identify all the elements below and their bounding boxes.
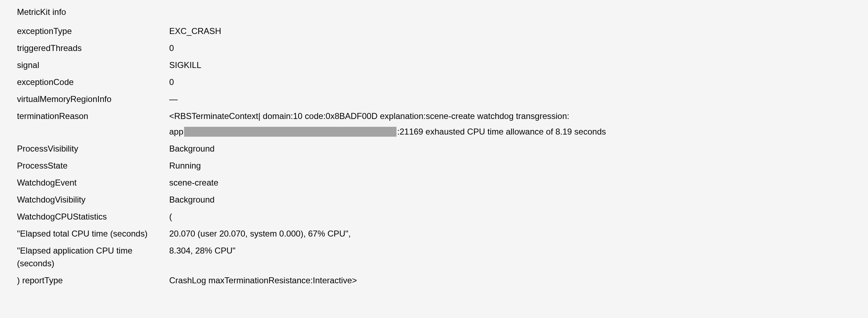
termination-prefix: app bbox=[169, 125, 183, 138]
value-report-type: CrashLog maxTerminationResistance:Intera… bbox=[169, 274, 851, 287]
value-elapsed-total-cpu: 20.070 (user 20.070, system 0.000), 67% … bbox=[169, 227, 851, 240]
label-watchdog-cpu-statistics: WatchdogCPUStatistics bbox=[17, 210, 169, 223]
label-triggered-threads: triggeredThreads bbox=[17, 42, 169, 55]
value-process-visibility: Background bbox=[169, 142, 851, 155]
value-process-state: Running bbox=[169, 159, 851, 172]
value-elapsed-app-cpu: 8.304, 28% CPU" bbox=[169, 244, 851, 257]
value-virtual-memory-region-info: — bbox=[169, 93, 851, 106]
label-report-type: ) reportType bbox=[17, 274, 169, 287]
label-virtual-memory-region-info: virtualMemoryRegionInfo bbox=[17, 93, 169, 106]
label-exception-type: exceptionType bbox=[17, 25, 169, 38]
termination-suffix: :21169 exhausted CPU time allowance of 8… bbox=[397, 125, 606, 138]
label-elapsed-app-cpu: "Elapsed application CPU time (seconds) bbox=[17, 244, 169, 270]
value-termination-reason: <RBSTerminateContext| domain:10 code:0x8… bbox=[169, 110, 851, 138]
label-watchdog-event: WatchdogEvent bbox=[17, 176, 169, 189]
label-process-visibility: ProcessVisibility bbox=[17, 142, 169, 155]
label-watchdog-visibility: WatchdogVisibility bbox=[17, 193, 169, 206]
value-exception-type: EXC_CRASH bbox=[169, 25, 851, 38]
redacted-app-identifier bbox=[184, 127, 396, 137]
label-signal: signal bbox=[17, 59, 169, 72]
label-termination-reason: terminationReason bbox=[17, 110, 169, 123]
termination-reason-line1: <RBSTerminateContext| domain:10 code:0x8… bbox=[169, 110, 851, 123]
label-process-state: ProcessState bbox=[17, 159, 169, 172]
value-signal: SIGKILL bbox=[169, 59, 851, 72]
section-title: MetricKit info bbox=[17, 6, 169, 18]
value-exception-code: 0 bbox=[169, 76, 851, 89]
label-elapsed-total-cpu: "Elapsed total CPU time (seconds) bbox=[17, 227, 169, 240]
termination-reason-line2: app :21169 exhausted CPU time allowance … bbox=[169, 125, 851, 138]
value-triggered-threads: 0 bbox=[169, 42, 851, 55]
value-watchdog-cpu-statistics: ( bbox=[169, 210, 851, 223]
value-watchdog-event: scene-create bbox=[169, 176, 851, 189]
label-exception-code: exceptionCode bbox=[17, 76, 169, 89]
value-watchdog-visibility: Background bbox=[169, 193, 851, 206]
